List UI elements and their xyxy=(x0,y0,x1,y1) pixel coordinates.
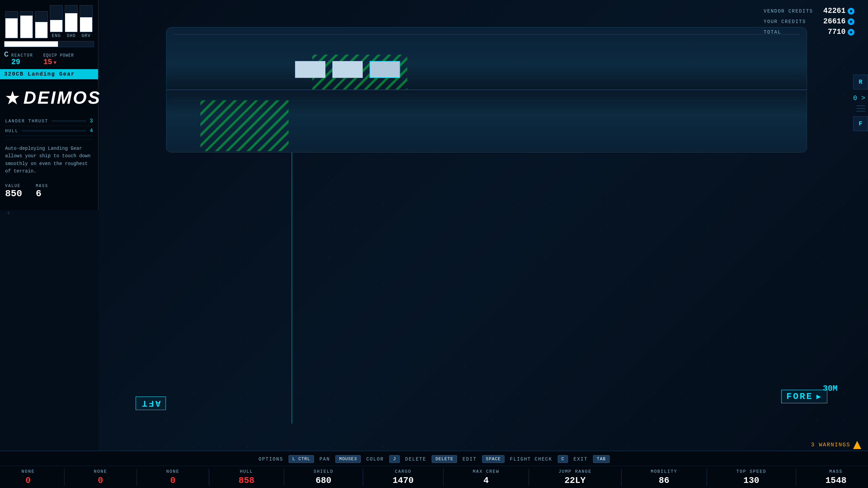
value-mass-section: VALUE 850 MASS 6 xyxy=(5,180,48,199)
fore-arrow-icon: ▶ xyxy=(816,392,822,401)
stat-mass: MASS 1548 xyxy=(825,469,846,486)
power-bar-grv[interactable]: GRV xyxy=(80,5,93,38)
r-button[interactable]: R xyxy=(853,75,868,89)
bottom-bar: OPTIONS L CTRL PAN MOUSE3 COLOR J DELETE… xyxy=(0,451,868,488)
plus-marker: + xyxy=(7,210,11,217)
color-label: COLOR xyxy=(366,456,384,462)
stat-none-3: NONE 0 xyxy=(166,469,179,486)
options-key[interactable]: L CTRL xyxy=(289,455,314,463)
selected-item-bar[interactable]: 320CB Landing Gear xyxy=(0,69,98,79)
stat-top-speed: TOP SPEED 130 xyxy=(736,469,766,486)
fore-direction-indicator: FORE ▶ xyxy=(781,390,827,403)
edit-label: EDIT xyxy=(462,456,477,462)
stat-hull-bottom: HULL 858 xyxy=(239,469,255,486)
warnings-count: 3 xyxy=(811,442,815,448)
aft-direction-indicator: AFT xyxy=(136,396,166,410)
landing-gear-component-3-selected[interactable] xyxy=(370,61,400,78)
power-bar-shd[interactable]: SHD xyxy=(65,5,78,38)
vendor-credits-value: 42261 xyxy=(823,7,846,15)
exit-label: EXIT xyxy=(573,456,588,462)
dash-lines xyxy=(856,105,868,111)
aft-label: AFT xyxy=(141,398,161,408)
pan-label: PAN xyxy=(319,456,330,462)
options-label: OPTIONS xyxy=(259,456,283,462)
right-side-panel: R 0 > F xyxy=(853,75,868,131)
stat-shield: SHIELD 680 xyxy=(314,469,334,486)
ship-logo-area: DEIMOS LANDER THRUST 3 HULL 4 Auto-deplo… xyxy=(0,81,98,204)
power-bar-eng[interactable]: ENG xyxy=(50,5,63,38)
stat-jump-range: JUMP RANGE 22LY xyxy=(558,469,592,486)
fore-label: FORE xyxy=(786,391,813,402)
vendor-credits-icon: ◉ xyxy=(848,8,854,15)
pan-key[interactable]: MOUSE3 xyxy=(335,455,361,463)
exit-key[interactable]: TAB xyxy=(593,455,609,463)
stat-hull: HULL 4 xyxy=(5,126,93,136)
your-credits-icon: ◉ xyxy=(848,18,854,25)
warnings-label: WARNINGS xyxy=(819,442,850,448)
vendor-credits-row: VENDOR CREDITS 42261 ◉ xyxy=(764,7,854,15)
mass-number: 6 xyxy=(36,188,41,199)
ship-viewport: 25M STBD xyxy=(98,0,868,451)
warnings-triangle-icon xyxy=(853,441,861,449)
value-number: 850 xyxy=(5,188,22,199)
color-key[interactable]: J xyxy=(389,455,400,463)
stat-max-crew: MAX CREW 4 xyxy=(473,469,499,486)
credits-panel: VENDOR CREDITS 42261 ◉ YOUR CREDITS 2661… xyxy=(764,7,854,38)
landing-gear-component-1 xyxy=(295,61,326,78)
mass-label: MASS xyxy=(36,184,48,188)
total-credits-row: TOTAL 7710 ◉ xyxy=(764,28,854,36)
your-credits-row: YOUR CREDITS 26616 ◉ xyxy=(764,17,854,26)
item-description: Auto-deploying Landing Gear allows your … xyxy=(5,139,93,180)
delete-label: DELETE xyxy=(405,456,426,462)
deimos-logo-star-icon xyxy=(5,90,20,105)
item-value-group: VALUE 850 xyxy=(5,184,22,199)
value-label: VALUE xyxy=(5,184,22,188)
item-mass-group: MASS 6 xyxy=(36,184,48,199)
warnings-badge[interactable]: 3 WARNINGS xyxy=(811,441,861,449)
number-display: 0 > xyxy=(853,94,868,102)
stat-cargo: CARGO 1470 xyxy=(393,469,414,486)
ship-hull-top xyxy=(166,27,807,90)
stat-mobility: MOBILITY 86 xyxy=(651,469,677,486)
total-value: 7710 xyxy=(828,28,846,36)
your-credits-label: YOUR CREDITS xyxy=(764,19,806,24)
edit-key[interactable]: SPACE xyxy=(482,455,505,463)
reactor-power-bar-row xyxy=(0,41,98,47)
selected-item-label: 320CB Landing Gear xyxy=(4,71,75,77)
ship-stats-section: LANDER THRUST 3 HULL 4 xyxy=(5,116,93,136)
controls-row: OPTIONS L CTRL PAN MOUSE3 COLOR J DELETE… xyxy=(0,451,868,466)
ship-name-label: DEIMOS xyxy=(23,87,101,108)
delete-key[interactable]: DELETE xyxy=(432,455,457,463)
stats-columns-row: NONE 0 NONE 0 NONE 0 HULL 858 SHIELD 680… xyxy=(0,466,868,488)
sidebar-panel: ENG SHD GRV C REACTOR 29 xyxy=(0,0,98,210)
stat-lander-thrust: LANDER THRUST 3 xyxy=(5,116,93,126)
power-bar-2 xyxy=(20,11,33,38)
f-button[interactable]: F xyxy=(853,116,868,131)
stat-none-2: NONE 0 xyxy=(94,469,107,486)
flight-check-key[interactable]: C xyxy=(558,455,568,463)
power-bar-3 xyxy=(35,11,48,38)
svg-marker-0 xyxy=(6,91,19,104)
landing-gear-component-2 xyxy=(332,61,363,78)
stat-none-1: NONE 0 xyxy=(21,469,35,486)
power-bar-1 xyxy=(5,11,18,38)
ship-logo: DEIMOS xyxy=(5,87,101,108)
power-bars-section: ENG SHD GRV xyxy=(0,0,98,41)
vendor-credits-label: VENDOR CREDITS xyxy=(764,8,813,14)
reactor-info-row: C REACTOR 29 EQUIP POWER 15 ▼ xyxy=(0,49,98,68)
total-label: TOTAL xyxy=(764,29,781,35)
total-credits-icon: ◉ xyxy=(848,29,854,36)
landing-gear-highlight-bottom-left xyxy=(200,100,289,151)
ship-hull-bottom xyxy=(166,90,807,152)
flight-check-label: FLIGHT CHECK xyxy=(510,456,552,462)
your-credits-value: 26616 xyxy=(823,17,846,26)
